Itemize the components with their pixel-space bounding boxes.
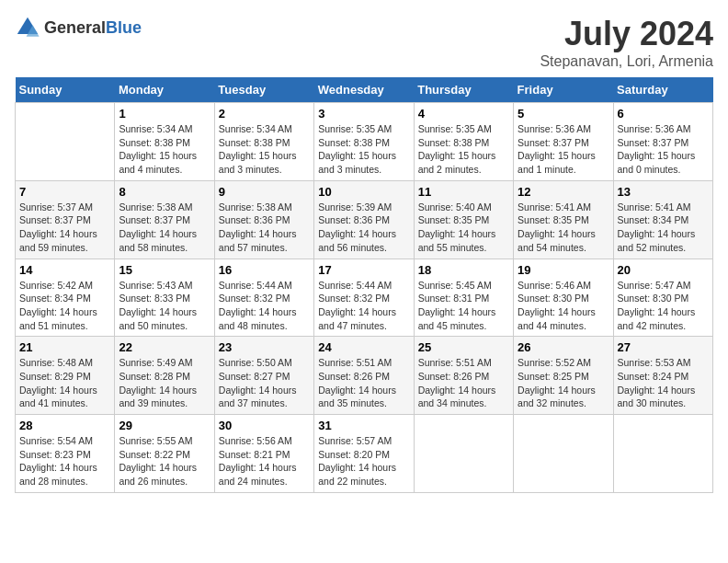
logo: GeneralBlue [15,15,142,40]
day-info: Sunrise: 5:43 AMSunset: 8:33 PMDaylight:… [119,279,210,333]
month-title: July 2024 [540,15,713,53]
calendar-cell: 15Sunrise: 5:43 AMSunset: 8:33 PMDayligh… [115,259,214,337]
calendar-cell: 23Sunrise: 5:50 AMSunset: 8:27 PMDayligh… [214,337,313,415]
day-number: 25 [418,340,509,354]
day-number: 13 [618,185,709,199]
weekday-header-thursday: Thursday [414,77,513,103]
day-info: Sunrise: 5:46 AMSunset: 8:30 PMDaylight:… [518,279,609,333]
day-number: 8 [119,185,210,199]
day-info: Sunrise: 5:34 AMSunset: 8:38 PMDaylight:… [119,122,210,177]
day-info: Sunrise: 5:48 AMSunset: 8:29 PMDaylight:… [19,356,110,410]
page-header: GeneralBlue July 2024 Stepanavan, Lori, … [15,15,713,70]
day-info: Sunrise: 5:39 AMSunset: 8:36 PMDaylight:… [318,201,409,255]
calendar-cell: 3Sunrise: 5:35 AMSunset: 8:38 PMDaylight… [314,103,414,181]
day-number: 19 [518,263,609,277]
day-info: Sunrise: 5:40 AMSunset: 8:35 PMDaylight:… [418,201,509,255]
calendar-table: SundayMondayTuesdayWednesdayThursdayFrid… [15,77,713,493]
calendar-week-row: 1Sunrise: 5:34 AMSunset: 8:38 PMDaylight… [16,103,713,181]
weekday-header-friday: Friday [514,77,613,103]
calendar-cell: 30Sunrise: 5:56 AMSunset: 8:21 PMDayligh… [214,415,313,493]
calendar-cell: 1Sunrise: 5:34 AMSunset: 8:38 PMDaylight… [115,103,214,181]
calendar-cell: 16Sunrise: 5:44 AMSunset: 8:32 PMDayligh… [214,259,313,337]
day-number: 24 [318,340,409,354]
day-info: Sunrise: 5:34 AMSunset: 8:38 PMDaylight:… [219,122,310,177]
calendar-cell: 29Sunrise: 5:55 AMSunset: 8:22 PMDayligh… [115,415,214,493]
day-info: Sunrise: 5:45 AMSunset: 8:31 PMDaylight:… [418,279,509,333]
calendar-week-row: 28Sunrise: 5:54 AMSunset: 8:23 PMDayligh… [16,415,713,493]
day-number: 17 [318,263,409,277]
calendar-cell: 12Sunrise: 5:41 AMSunset: 8:35 PMDayligh… [514,180,613,259]
day-info: Sunrise: 5:41 AMSunset: 8:35 PMDaylight:… [518,201,609,255]
day-info: Sunrise: 5:51 AMSunset: 8:26 PMDaylight:… [418,356,509,410]
day-number: 1 [119,107,210,121]
day-number: 9 [219,185,310,199]
day-number: 11 [418,185,509,199]
calendar-cell: 26Sunrise: 5:52 AMSunset: 8:25 PMDayligh… [514,337,613,415]
day-info: Sunrise: 5:51 AMSunset: 8:26 PMDaylight:… [318,356,409,410]
location-title: Stepanavan, Lori, Armenia [540,53,713,70]
day-info: Sunrise: 5:35 AMSunset: 8:38 PMDaylight:… [318,122,409,177]
calendar-cell: 11Sunrise: 5:40 AMSunset: 8:35 PMDayligh… [414,180,513,259]
calendar-cell: 10Sunrise: 5:39 AMSunset: 8:36 PMDayligh… [314,180,414,259]
calendar-cell [16,103,115,181]
calendar-cell [414,415,513,493]
logo-text: GeneralBlue [44,18,142,38]
day-number: 15 [119,263,210,277]
day-info: Sunrise: 5:37 AMSunset: 8:37 PMDaylight:… [19,201,110,255]
calendar-cell: 2Sunrise: 5:34 AMSunset: 8:38 PMDaylight… [214,103,313,181]
calendar-cell: 24Sunrise: 5:51 AMSunset: 8:26 PMDayligh… [314,337,414,415]
day-info: Sunrise: 5:35 AMSunset: 8:38 PMDaylight:… [418,122,509,177]
weekday-header-row: SundayMondayTuesdayWednesdayThursdayFrid… [16,77,713,103]
day-number: 21 [19,340,110,354]
weekday-header-sunday: Sunday [16,77,115,103]
day-info: Sunrise: 5:38 AMSunset: 8:36 PMDaylight:… [219,201,310,255]
day-number: 30 [219,419,310,432]
weekday-header-tuesday: Tuesday [214,77,313,103]
calendar-cell [514,415,613,493]
day-number: 23 [219,340,310,354]
calendar-cell: 18Sunrise: 5:45 AMSunset: 8:31 PMDayligh… [414,259,513,337]
day-number: 6 [618,107,709,121]
calendar-cell [613,415,712,493]
day-info: Sunrise: 5:36 AMSunset: 8:37 PMDaylight:… [518,122,609,177]
day-number: 3 [318,107,409,121]
calendar-week-row: 21Sunrise: 5:48 AMSunset: 8:29 PMDayligh… [16,337,713,415]
day-number: 2 [219,107,310,121]
day-info: Sunrise: 5:55 AMSunset: 8:22 PMDaylight:… [119,434,210,488]
calendar-cell: 19Sunrise: 5:46 AMSunset: 8:30 PMDayligh… [514,259,613,337]
calendar-cell: 20Sunrise: 5:47 AMSunset: 8:30 PMDayligh… [613,259,712,337]
title-area: July 2024 Stepanavan, Lori, Armenia [540,15,713,70]
day-info: Sunrise: 5:56 AMSunset: 8:21 PMDaylight:… [219,434,310,488]
day-number: 31 [318,419,409,432]
day-info: Sunrise: 5:52 AMSunset: 8:25 PMDaylight:… [518,356,609,410]
day-number: 4 [418,107,509,121]
day-number: 29 [119,419,210,432]
day-info: Sunrise: 5:44 AMSunset: 8:32 PMDaylight:… [219,279,310,333]
day-number: 20 [618,263,709,277]
calendar-cell: 14Sunrise: 5:42 AMSunset: 8:34 PMDayligh… [16,259,115,337]
weekday-header-saturday: Saturday [613,77,712,103]
calendar-cell: 17Sunrise: 5:44 AMSunset: 8:32 PMDayligh… [314,259,414,337]
day-number: 14 [19,263,110,277]
day-info: Sunrise: 5:50 AMSunset: 8:27 PMDaylight:… [219,356,310,410]
calendar-cell: 13Sunrise: 5:41 AMSunset: 8:34 PMDayligh… [613,180,712,259]
weekday-header-monday: Monday [115,77,214,103]
calendar-cell: 6Sunrise: 5:36 AMSunset: 8:37 PMDaylight… [613,103,712,181]
calendar-cell: 28Sunrise: 5:54 AMSunset: 8:23 PMDayligh… [16,415,115,493]
day-info: Sunrise: 5:47 AMSunset: 8:30 PMDaylight:… [618,279,709,333]
day-number: 7 [19,185,110,199]
day-info: Sunrise: 5:38 AMSunset: 8:37 PMDaylight:… [119,201,210,255]
calendar-cell: 22Sunrise: 5:49 AMSunset: 8:28 PMDayligh… [115,337,214,415]
day-info: Sunrise: 5:53 AMSunset: 8:24 PMDaylight:… [618,356,709,410]
day-info: Sunrise: 5:42 AMSunset: 8:34 PMDaylight:… [19,279,110,333]
day-number: 5 [518,107,609,121]
day-number: 10 [318,185,409,199]
calendar-cell: 27Sunrise: 5:53 AMSunset: 8:24 PMDayligh… [613,337,712,415]
calendar-cell: 9Sunrise: 5:38 AMSunset: 8:36 PMDaylight… [214,180,313,259]
day-number: 27 [618,340,709,354]
calendar-cell: 31Sunrise: 5:57 AMSunset: 8:20 PMDayligh… [314,415,414,493]
day-number: 18 [418,263,509,277]
day-number: 22 [119,340,210,354]
day-number: 12 [518,185,609,199]
calendar-cell: 25Sunrise: 5:51 AMSunset: 8:26 PMDayligh… [414,337,513,415]
